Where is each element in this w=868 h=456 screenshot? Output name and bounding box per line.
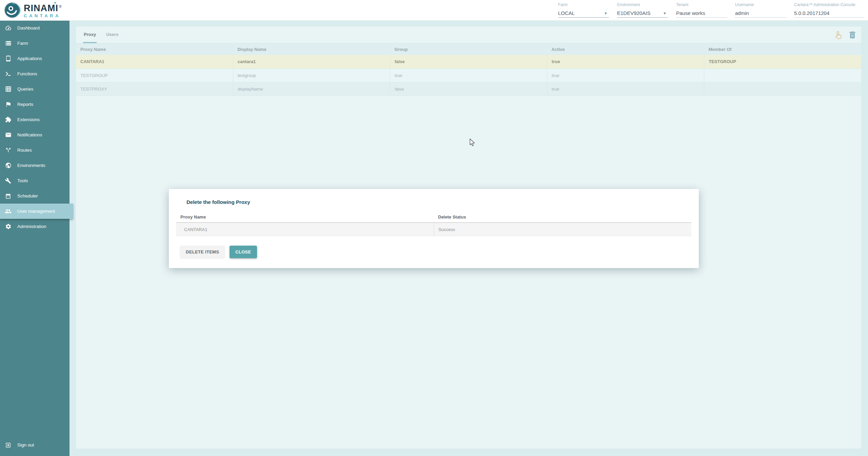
- cell-display-name[interactable]: displayName: [233, 82, 390, 96]
- sidebar-item-label: Environments: [17, 163, 45, 168]
- applications-icon: [5, 55, 12, 62]
- username-value: admin: [735, 10, 749, 16]
- tab-bar: Proxy Users: [76, 26, 861, 43]
- cell-group[interactable]: false: [390, 55, 547, 69]
- sidebar-item-tools[interactable]: Tools: [0, 173, 70, 188]
- sidebar-item-routes[interactable]: Routes: [0, 142, 70, 158]
- cell-display-name[interactable]: testgroup: [233, 69, 390, 82]
- cell-member-of[interactable]: TESTGROUP: [704, 55, 861, 69]
- table-row[interactable]: TESTPROXY displayName false true: [76, 82, 861, 96]
- table-row[interactable]: CANTARA1 cantara1 false true TESTGROUP: [76, 55, 861, 69]
- table-row[interactable]: TESTGROUP testgroup true true: [76, 69, 861, 82]
- dialog-table-header: Proxy Name Delete Status: [176, 211, 691, 222]
- tab-users[interactable]: Users: [105, 26, 119, 43]
- sidebar-item-extensions[interactable]: Extensions: [0, 112, 70, 127]
- close-button[interactable]: CLOSE: [230, 246, 257, 258]
- sidebar-item-queries[interactable]: Queries: [0, 81, 70, 97]
- sidebar-item-label: User management: [17, 209, 55, 214]
- sidebar-item-administration[interactable]: Administration: [0, 219, 70, 234]
- sidebar: Dashboard Farm Applications Functions Qu…: [0, 20, 70, 456]
- rinami-logo-icon: [3, 1, 21, 20]
- delete-items-button[interactable]: DELETE ITEMS: [180, 246, 225, 258]
- cell-active[interactable]: true: [547, 69, 704, 82]
- chevron-down-icon: ▼: [663, 11, 667, 15]
- tenant-field: Tenant Pause works: [676, 2, 727, 18]
- reports-icon: [5, 101, 12, 108]
- environment-label: Environment: [617, 2, 668, 7]
- farm-select[interactable]: Farm LOCAL▼: [558, 2, 609, 18]
- sign-out-label: Sign out: [17, 442, 34, 448]
- dialog-buttons: DELETE ITEMS CLOSE: [180, 246, 257, 258]
- column-header-active: Active: [547, 43, 704, 55]
- farm-value: LOCAL: [558, 10, 575, 16]
- extensions-icon: [5, 116, 12, 123]
- brand-subtitle: CANTARA: [24, 14, 62, 18]
- cell-active[interactable]: true: [547, 82, 704, 96]
- sidebar-item-farm[interactable]: Farm: [0, 36, 70, 51]
- cell-display-name[interactable]: cantara1: [233, 55, 390, 69]
- sidebar-item-notifications[interactable]: Notifications: [0, 127, 70, 142]
- farm-icon: [5, 40, 12, 47]
- column-header-proxy-name: Proxy Name: [76, 43, 233, 55]
- sidebar-item-functions[interactable]: Functions: [0, 66, 70, 81]
- cell-proxy-name[interactable]: TESTGROUP: [76, 69, 233, 82]
- sidebar-item-environments[interactable]: Environments: [0, 158, 70, 173]
- environment-select[interactable]: Environment E1DEV920AIS▼: [617, 2, 668, 18]
- tenant-label: Tenant: [676, 2, 727, 7]
- sidebar-item-dashboard[interactable]: Dashboard: [0, 20, 70, 36]
- dashboard-icon: [5, 25, 12, 32]
- sidebar-item-label: Administration: [17, 224, 46, 229]
- sidebar-item-label: Dashboard: [17, 25, 40, 31]
- cell-proxy-name[interactable]: TESTPROXY: [76, 82, 233, 96]
- brand-text: RINAMI▼® CANTARA: [24, 4, 62, 18]
- brand-registered: ®: [59, 5, 62, 8]
- functions-icon: [5, 71, 12, 77]
- brand-logo[interactable]: RINAMI▼® CANTARA: [3, 1, 62, 20]
- top-header: RINAMI▼® CANTARA Farm LOCAL▼ Environment…: [0, 0, 868, 20]
- tools-icon: [5, 177, 12, 184]
- brand-name: RINAMI▼®: [24, 4, 62, 13]
- environment-value: E1DEV920AIS: [617, 10, 650, 16]
- cell-group[interactable]: true: [390, 69, 547, 82]
- trash-icon[interactable]: [848, 31, 857, 39]
- dialog-table: Proxy Name Delete Status CANTARA1 Succes…: [176, 211, 691, 236]
- notifications-icon: [5, 132, 12, 138]
- console-version-label: Cantara™ Administration Console: [794, 2, 864, 7]
- sidebar-item-reports[interactable]: Reports: [0, 97, 70, 112]
- hand-pointer-icon[interactable]: [833, 30, 843, 40]
- dialog-cell-proxy-name: CANTARA1: [176, 227, 434, 232]
- sidebar-item-applications[interactable]: Applications: [0, 51, 70, 66]
- tenant-value: Pause works: [676, 10, 705, 16]
- environments-icon: [5, 162, 12, 169]
- routes-icon: [5, 147, 12, 154]
- sidebar-item-label: Applications: [17, 56, 42, 61]
- cell-member-of[interactable]: [704, 69, 861, 82]
- cell-proxy-name[interactable]: CANTARA1: [76, 55, 233, 69]
- tab-proxy[interactable]: Proxy: [83, 26, 97, 43]
- sidebar-item-label: Extensions: [17, 117, 40, 122]
- administration-icon: [5, 223, 12, 230]
- brand-caret-icon: ▼: [53, 1, 57, 5]
- column-header-display-name: Display Name: [233, 43, 390, 55]
- header-fields: Farm LOCAL▼ Environment E1DEV920AIS▼ Ten…: [558, 2, 864, 18]
- cell-active[interactable]: true: [547, 55, 704, 69]
- scheduler-icon: [5, 193, 12, 200]
- sidebar-item-label: Tools: [17, 178, 28, 183]
- sidebar-item-user-management[interactable]: User management: [0, 204, 73, 219]
- queries-icon: [5, 86, 12, 93]
- column-header-member-of: Member Of: [704, 43, 861, 55]
- cell-group[interactable]: false: [390, 82, 547, 96]
- sidebar-item-scheduler[interactable]: Scheduler: [0, 188, 70, 204]
- panel-actions: [833, 26, 857, 43]
- sidebar-item-label: Routes: [17, 148, 32, 153]
- user-management-icon: [5, 208, 12, 215]
- username-field: Username admin: [735, 2, 786, 18]
- sign-out-icon: [5, 442, 12, 449]
- dialog-column-delete-status: Delete Status: [434, 214, 691, 220]
- column-header-group: Group: [390, 43, 547, 55]
- delete-proxy-dialog: Delete the following Proxy Proxy Name De…: [169, 189, 699, 268]
- sign-out-button[interactable]: Sign out: [0, 437, 70, 453]
- dialog-table-row: CANTARA1 Success: [176, 222, 691, 236]
- cell-member-of[interactable]: [704, 82, 861, 96]
- sidebar-item-label: Scheduler: [17, 193, 38, 198]
